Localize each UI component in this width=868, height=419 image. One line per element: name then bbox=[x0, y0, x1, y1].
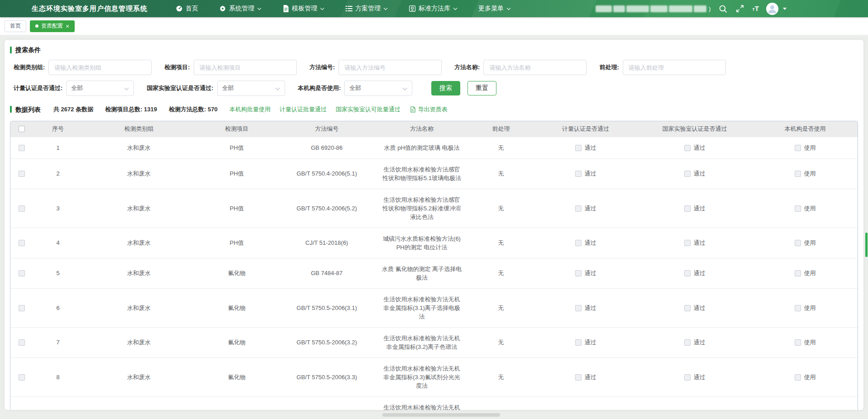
menu-home[interactable]: 首页 bbox=[176, 5, 198, 13]
org-use-checkbox[interactable] bbox=[795, 171, 801, 177]
cell-metrology-pass: 通过 bbox=[534, 258, 638, 288]
chevron-down-icon bbox=[506, 7, 511, 10]
cell-method-name: 水质 氟化物的测定 离子选择电极法 bbox=[375, 258, 468, 288]
national-lab-pass-checkbox[interactable] bbox=[684, 145, 691, 151]
metrology-pass-checkbox[interactable] bbox=[575, 145, 582, 151]
org-use-checkbox[interactable] bbox=[795, 240, 801, 246]
metrology-pass-checkbox[interactable] bbox=[575, 171, 582, 177]
metrology-pass-checkbox[interactable] bbox=[575, 205, 582, 212]
row-checkbox[interactable] bbox=[19, 171, 25, 177]
row-checkbox[interactable] bbox=[19, 145, 25, 151]
metrology-cert-passed-select[interactable]: 全部 bbox=[66, 81, 134, 96]
cell-metrology-pass bbox=[534, 396, 638, 410]
cell-item: 氟化物 bbox=[195, 327, 278, 357]
select-all-checkbox[interactable] bbox=[19, 126, 25, 132]
menu-system[interactable]: 系统管理 bbox=[219, 5, 262, 13]
vertical-scrollbar-thumb[interactable] bbox=[865, 233, 868, 257]
metrology-pass-checkbox[interactable] bbox=[575, 270, 582, 276]
metrology-pass-checkbox[interactable] bbox=[575, 305, 582, 311]
detect-item-label: 检测项目: bbox=[164, 63, 190, 71]
redaction-block bbox=[626, 5, 649, 12]
cell-method-name: 生活饮用水标准检验方法无机非金属指标(3.3)氟试剂分光光度法 bbox=[375, 357, 468, 396]
detect-item-input[interactable] bbox=[194, 60, 297, 75]
cell-metrology-pass: 通过 bbox=[534, 327, 638, 357]
national-lab-cert-passed-select[interactable]: 全部 bbox=[217, 81, 285, 96]
row-checkbox[interactable] bbox=[19, 305, 25, 311]
national-lab-pass-checkbox[interactable] bbox=[684, 305, 691, 311]
method-name-input[interactable] bbox=[483, 60, 587, 75]
chevron-down-icon bbox=[275, 85, 280, 92]
national-lab-pass-checkbox[interactable] bbox=[684, 205, 691, 212]
search-button[interactable]: 搜索 bbox=[431, 81, 460, 95]
method-code-input[interactable] bbox=[339, 60, 442, 75]
menu-more[interactable]: 更多菜单 bbox=[478, 5, 511, 13]
table-row: 3水和废水PH值GB/T 5750.4-2006(5.2)生活饮用水标准检验方法… bbox=[10, 189, 858, 228]
cell-code: GB 6920-86 bbox=[278, 137, 375, 158]
row-checkbox[interactable] bbox=[19, 374, 25, 381]
metrology-pass-checkbox[interactable] bbox=[575, 240, 582, 246]
table-row: 1水和废水PH值GB 6920-86水质 pH值的测定玻璃 电极法无通过通过使用 bbox=[10, 137, 858, 158]
org-use-checkbox[interactable] bbox=[795, 205, 801, 212]
row-checkbox[interactable] bbox=[19, 205, 25, 212]
org-use-checkbox[interactable] bbox=[795, 339, 801, 346]
export-qualification-button[interactable]: 导出资质表 bbox=[410, 105, 448, 114]
cell-group: 水和废水 bbox=[83, 158, 195, 189]
tab-home[interactable]: 首页 bbox=[5, 20, 26, 32]
list-stat: 共 2672 条数据 bbox=[53, 106, 93, 113]
app-title: 生态环境实验室多用户信息管理系统 bbox=[32, 5, 148, 13]
action-batch-metrology-pass[interactable]: 计量认证批量通过 bbox=[280, 106, 327, 113]
row-checkbox[interactable] bbox=[19, 270, 25, 276]
national-lab-pass-checkbox[interactable] bbox=[684, 270, 691, 276]
national-lab-pass-checkbox[interactable] bbox=[684, 171, 691, 177]
org-used-select[interactable]: 全部 bbox=[344, 81, 412, 96]
search-icon[interactable] bbox=[718, 4, 728, 14]
org-use-label: 使用 bbox=[804, 170, 816, 177]
org-use-label: 使用 bbox=[804, 339, 816, 346]
chevron-down-icon[interactable] bbox=[783, 8, 787, 10]
metrology-cert-passed-label: 计量认证是否通过: bbox=[14, 84, 62, 92]
method-name-label: 方法名称: bbox=[454, 63, 480, 71]
font-size-icon[interactable]: TT bbox=[752, 5, 759, 12]
tab-qualification-config[interactable]: 资质配置 × bbox=[30, 20, 75, 32]
org-use-checkbox[interactable] bbox=[795, 305, 801, 311]
row-checkbox[interactable] bbox=[19, 339, 25, 346]
metrology-pass-checkbox[interactable] bbox=[575, 339, 582, 346]
national-lab-pass-label: 通过 bbox=[694, 239, 706, 246]
cell-org-use: 使用 bbox=[752, 357, 858, 396]
cell-method-name: 生活饮用水标准检验方法无机 bbox=[375, 396, 468, 410]
cell-metrology-pass: 通过 bbox=[534, 137, 638, 158]
cell-item: PH值 bbox=[195, 158, 278, 189]
cell-code: GB/T 5750.5-2006(3.3) bbox=[278, 357, 375, 396]
menu-standard-library[interactable]: 标准方法库 bbox=[409, 5, 458, 13]
chevron-down-icon bbox=[257, 7, 262, 10]
reset-button[interactable]: 重置 bbox=[467, 81, 496, 95]
menu-template[interactable]: 模板管理 bbox=[282, 5, 324, 13]
national-lab-pass-checkbox[interactable] bbox=[684, 240, 691, 246]
column-header-7: 国家实验室认证是否通过 bbox=[638, 121, 752, 137]
org-use-checkbox[interactable] bbox=[795, 270, 801, 276]
cell-national-lab-pass: 通过 bbox=[638, 228, 752, 258]
fullscreen-icon[interactable] bbox=[735, 4, 745, 14]
action-batch-org-use[interactable]: 本机构批量使用 bbox=[229, 106, 271, 113]
national-lab-pass-checkbox[interactable] bbox=[684, 339, 691, 346]
cell-method-name: 生活饮用水标准检验方法无机非金属指标(3.2)离子色谱法 bbox=[375, 327, 468, 357]
metrology-pass-label: 通过 bbox=[585, 270, 596, 276]
row-checkbox[interactable] bbox=[19, 240, 25, 246]
org-use-checkbox[interactable] bbox=[795, 374, 801, 381]
table-row: 4水和废水PH值CJ/T 51-2018(6)城镇污水水质标准检验方法(6) P… bbox=[10, 228, 858, 258]
menu-scheme[interactable]: 方案管理 bbox=[345, 5, 388, 13]
action-batch-national-lab-pass[interactable]: 国家实验室认可批量通过 bbox=[336, 106, 401, 113]
avatar[interactable] bbox=[766, 3, 778, 15]
cell-pretreatment: 无 bbox=[468, 137, 534, 158]
national-lab-pass-label: 通过 bbox=[694, 374, 706, 381]
pretreatment-input[interactable] bbox=[623, 60, 726, 75]
library-icon bbox=[409, 5, 416, 12]
org-use-checkbox[interactable] bbox=[795, 145, 801, 151]
column-header-0: 序号 bbox=[33, 121, 83, 137]
close-tab-icon[interactable]: × bbox=[66, 23, 69, 29]
detect-group-input[interactable] bbox=[48, 60, 152, 75]
row-checkbox-cell bbox=[10, 158, 33, 189]
metrology-pass-checkbox[interactable] bbox=[575, 374, 582, 381]
horizontal-scrollbar-thumb[interactable] bbox=[382, 413, 500, 417]
national-lab-pass-checkbox[interactable] bbox=[684, 374, 691, 381]
